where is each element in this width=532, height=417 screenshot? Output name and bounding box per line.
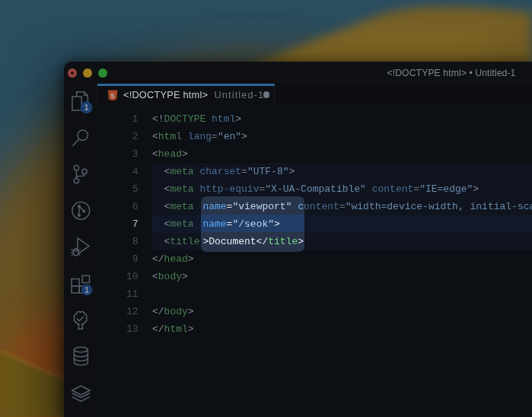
svg-text:1: 1 <box>84 103 88 112</box>
svg-text:1: 1 <box>84 285 89 294</box>
svg-text:5: 5 <box>110 91 115 100</box>
